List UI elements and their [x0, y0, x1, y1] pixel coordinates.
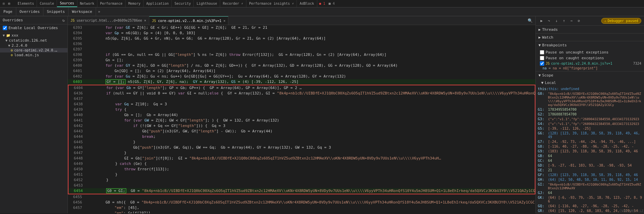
scope-var-GJ[interactable]: GJ: 64 — [537, 190, 643, 195]
line-num: 6444 — [69, 134, 86, 140]
scope-var-GB[interactable]: GB: 64 — [537, 153, 643, 158]
code-line-6393: 6393 for (var GE = Z[6]; GE < Gr; GE++) … — [68, 25, 535, 30]
tab-console[interactable]: Console — [37, 0, 57, 7]
tab-application[interactable]: Application — [144, 0, 172, 7]
tree-version[interactable]: ▼ 2.2.4.0 — [0, 43, 68, 48]
scope-var-G5[interactable]: G5: [-39, -112, 126, -25] — [537, 126, 643, 131]
code-line-6400: 6400 for (var GY = Z[6], GO = GG["length… — [68, 63, 535, 68]
code-area[interactable]: 6393 for (var GE = Z[6]; GE < Gr; GE++) … — [68, 25, 535, 213]
code-line-6449: 6449 } catch (Ge) { — [69, 161, 535, 167]
scope-var-G9[interactable]: G9: (103) [123, 39, 118, 38, 58, 39, 118… — [537, 149, 643, 153]
scope-header[interactable]: ▼ Scope — [536, 71, 644, 79]
line-content: n5(Gp, Z[6], G6, GG + Gr, nN), Gn = G6; … — [85, 36, 535, 41]
tab-close-icon[interactable]: × — [144, 19, 146, 22]
debug-panel: ▶ ↷ ↓ ↑ → ⊘ ⚠ Debugger paused ▶ Threads … — [535, 16, 644, 213]
line-num: 6442 — [69, 123, 86, 129]
scope-var-G3[interactable]: G3: {"v":"v1.1","fp":"26890432384550,403… — [537, 116, 643, 121]
code-line-6401: 6401 Gn[GD] = []; Gn = (2) [Array(64), A… — [68, 68, 535, 74]
tree-file-core[interactable]: ⚙ core-optimi.v2.24.0.min.js%3Fv=1 — [0, 48, 68, 52]
scope-var-GC[interactable]: GC: 64 — [537, 158, 643, 163]
tab-sources[interactable]: Sources — [57, 0, 77, 7]
tab-elements[interactable]: Elements — [15, 0, 37, 7]
line-content — [86, 183, 535, 188]
code-line-6444: 6444 break; — [69, 134, 535, 140]
tab-close-icon[interactable]: × — [223, 19, 225, 23]
step-out-icon[interactable]: ↑ — [561, 18, 567, 24]
line-content — [85, 47, 535, 52]
close-devtools-icon[interactable]: ● 1 — [317, 2, 327, 5]
code-line-6446: 6446 Gb["push"](n3(GY, GW, Gq)), GW += G… — [69, 145, 535, 150]
scope-var-G0[interactable]: G0: "8k4p+nb1cB//UIBDfE+XJ1Q0bC00XqZs605… — [537, 91, 643, 107]
scope-var-G8[interactable]: G8: [-116, 40, -27, -88, -96, -28, -25, … — [537, 144, 643, 149]
scope-var-GQ[interactable]: GQ: (64) [-116, 40, -27, -96, -28, -25, … — [537, 204, 643, 208]
breakpoint-entry[interactable]: JS core-optimi.v2.24.0.min.js?v=1 7324 — [537, 61, 643, 66]
line-num: 6403 — [68, 79, 85, 85]
tree-file-load[interactable]: ⚙ load.min.js — [0, 52, 68, 58]
step-into-icon[interactable]: ↓ — [553, 18, 560, 24]
na-var-entry[interactable]: na = na = nU["fingerprint"] — [537, 66, 643, 70]
refresh-icon[interactable]: ↻ — [62, 18, 65, 23]
resume-icon[interactable]: ▶ — [538, 18, 545, 24]
line-content: for (var GE = Z[6]; GE < Gr; GE++) GG[GG… — [85, 25, 535, 30]
scope-var-GD[interactable]: GD: [-9, -27, -81, 103, 93, -38, -98, -9… — [537, 163, 643, 168]
watch-header[interactable]: ▶ Watch — [536, 34, 644, 41]
local-label: Local — [545, 81, 556, 85]
line-num: 6443 — [69, 129, 86, 134]
scope-var-this[interactable]: this: this: undefined — [537, 86, 643, 91]
tab-network[interactable]: Network — [77, 0, 97, 7]
subtab-overrides[interactable]: Overrides — [16, 7, 44, 16]
tree-folder-root[interactable]: ▼ 📁 xxx — [0, 33, 68, 38]
code-panel: JS userscript.html...d=8609e25786ee × JS… — [68, 16, 535, 213]
local-header[interactable]: ▼ Local — [536, 79, 644, 86]
breakpoint-checkbox[interactable] — [540, 61, 544, 66]
pause-caught-item[interactable]: Pause on caught exceptions — [537, 55, 643, 61]
line-content — [85, 41, 535, 47]
scope-var-G4[interactable]: G4: {"v":"v1.1","fp":"26890432384550,403… — [537, 121, 643, 126]
subtab-snippets[interactable]: Snippets — [43, 7, 69, 16]
code-tab-file1[interactable]: JS core-optimi.v2...0.min.js%3Fv=1 × — [149, 16, 229, 25]
tree-file-core-label: core-optimi.v2.24.0.min.js%3Fv=1 — [14, 48, 58, 52]
expand-icon[interactable]: » — [96, 7, 102, 16]
tree-domain[interactable]: ▼ cstaticdn.126.net — [0, 38, 68, 43]
tab-memory[interactable]: Memory — [126, 0, 144, 7]
js-icon: JS — [71, 19, 75, 22]
scope-var-GK[interactable]: GK: (64) [-6, -93, 79, -35, 18, 70, 123,… — [537, 195, 643, 204]
tab-lighthouse[interactable]: Lighthouse — [194, 0, 220, 7]
line-num: 6451 — [69, 172, 86, 177]
tab-performance[interactable]: Performance — [97, 0, 126, 7]
code-line-6458: "em": Gs[f[197]] — [68, 211, 535, 213]
tab-perf-insights[interactable]: Performance insights ⚡ — [246, 0, 297, 7]
line-content: var Gp = n6(GQ); Gp = (4) [0, 0, 0, 103] — [85, 30, 535, 36]
deactivate-breakpoints-icon[interactable]: ⊘ — [576, 18, 582, 24]
breakpoints-header[interactable]: ▼ Breakpoints — [536, 41, 644, 49]
line-num: 6400 — [68, 63, 85, 68]
pause-caught-checkbox[interactable] — [540, 56, 544, 60]
scope-var-GF[interactable]: GF: (128) [123, 39, 118, 38, 58, 39, 118… — [537, 172, 643, 177]
step-icon[interactable]: → — [568, 18, 574, 24]
scope-var-G7[interactable]: G7: [-24, -92, 73, -44, -24, -94, 75, -4… — [537, 139, 643, 144]
pause-uncaught-checkbox[interactable] — [540, 50, 544, 55]
scope-var-GE[interactable]: GE: 21 — [537, 168, 643, 172]
threads-header[interactable]: ▶ Threads — [536, 26, 644, 33]
scope-var-GH[interactable]: GH: (64) [62, 50, 48, 58, 10, 11, 86, 92… — [537, 177, 643, 182]
code-line-6447: 6447 } — [69, 150, 535, 156]
enable-local-overrides-checkbox[interactable] — [3, 26, 7, 30]
subtab-workspace[interactable]: Workspace — [69, 7, 96, 16]
scope-var-G1[interactable]: G1: 17834955854700 — [537, 107, 643, 112]
tab-security[interactable]: Security — [172, 0, 194, 7]
scope-var-GI[interactable]: GI: "8k4p+nb1cB//UIBDfE+XJ1Q0bC00XqZs605… — [537, 182, 643, 190]
subtab-page[interactable]: Page — [0, 7, 16, 16]
line-content: } catch (Ge) { — [86, 161, 535, 167]
code-tab-file2[interactable]: JS userscript.html...d=8609e25786ee × — [68, 16, 149, 25]
enable-local-overrides-row[interactable]: Enable Local Overrides — [0, 24, 68, 31]
tab-recorder[interactable]: Recorder ⚡ — [220, 0, 246, 7]
tab-adblock[interactable]: AdBlock — [297, 0, 317, 7]
scope-var-G6[interactable]: G6: (128) [123, 39, 118, 38, 58, 39, 118… — [537, 131, 643, 139]
file-tree: ▼ 📁 xxx ▼ cstaticdn.126.net ▼ 2.2.4.0 ⚙ … — [0, 31, 68, 213]
scope-var-G2[interactable]: G2: 17860887854700 — [537, 112, 643, 116]
code-line-6451: 6451 } — [69, 172, 535, 177]
pause-uncaught-item[interactable]: Pause on uncaught exceptions — [537, 49, 643, 55]
dock-icon[interactable]: ■ 4 — [327, 2, 336, 5]
step-over-icon[interactable]: ↷ — [546, 18, 552, 24]
search-icon[interactable]: 🔍 — [528, 18, 533, 23]
